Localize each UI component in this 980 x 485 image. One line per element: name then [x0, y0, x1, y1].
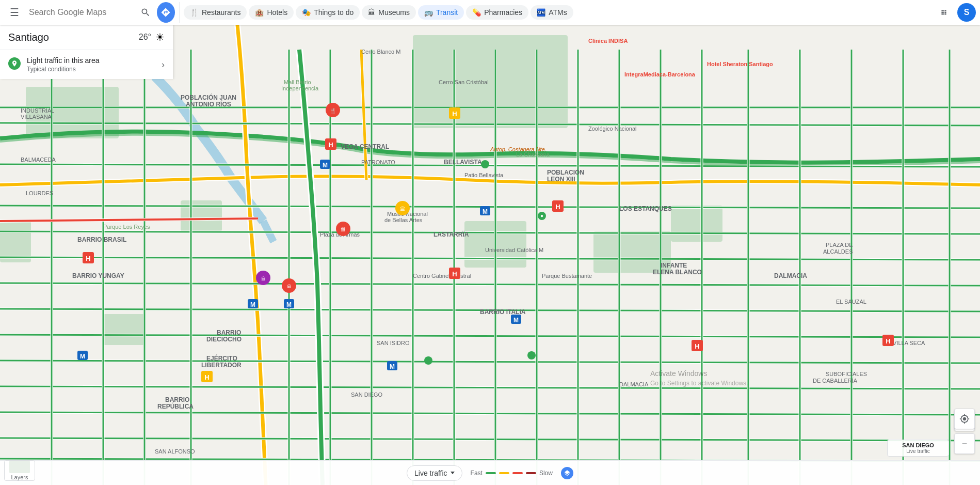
svg-text:PATRONATO: PATRONATO — [361, 159, 395, 165]
traffic-chevron-icon: › — [162, 59, 165, 70]
svg-text:INFANTE: INFANTE — [661, 262, 687, 269]
svg-text:Hotel Sheraton Santiago: Hotel Sheraton Santiago — [707, 61, 773, 67]
svg-text:VILLASANA: VILLASANA — [21, 114, 52, 120]
svg-text:SUBOFICIALES: SUBOFICIALES — [826, 371, 867, 377]
tab-museums[interactable]: 🏛 Museums — [362, 5, 416, 20]
svg-text:Mall Barrio: Mall Barrio — [284, 79, 311, 85]
svg-text:M: M — [250, 301, 255, 308]
traffic-title: Light traffic in this area — [27, 56, 100, 65]
tab-atms[interactable]: 🏧 ATMs — [531, 5, 573, 20]
legend-very-slow — [526, 472, 536, 474]
map-svg: INDUSTRIAL VILLASANA BALMACEDA LOURDES B… — [0, 25, 980, 485]
tab-hotels[interactable]: 🏨 Hotels — [249, 5, 294, 20]
sidebar-panel: Santiago 26° ☀ Light traffic in this are… — [0, 25, 173, 79]
menu-button[interactable]: ☰ — [4, 2, 25, 23]
svg-text:M: M — [286, 301, 292, 308]
svg-text:VEGA CENTRAL: VEGA CENTRAL — [341, 143, 389, 150]
svg-text:DALMACIA: DALMACIA — [774, 272, 807, 279]
svg-text:●: ● — [540, 213, 543, 218]
transit-icon: 🚌 — [424, 8, 433, 17]
svg-text:M: M — [513, 317, 519, 324]
svg-text:🏛: 🏛 — [341, 227, 346, 232]
legend-fast — [486, 472, 496, 474]
map-type-toggle[interactable] — [561, 467, 573, 479]
svg-text:H: H — [555, 203, 560, 211]
search-input[interactable] — [25, 3, 136, 22]
layers-button[interactable]: Layers — [4, 460, 35, 481]
my-location-button[interactable] — [954, 409, 975, 429]
pharmacies-icon: 💊 — [472, 8, 481, 17]
svg-text:Parque Los Reyes: Parque Los Reyes — [103, 224, 150, 230]
svg-text:Independencia: Independencia — [281, 85, 319, 91]
svg-text:Activate Windows: Activate Windows — [650, 369, 707, 378]
search-button[interactable] — [136, 2, 155, 23]
apps-button[interactable] — [935, 3, 953, 22]
bottom-bar: Live traffic Fast Slow — [0, 460, 980, 485]
svg-text:de Bellas Artes: de Bellas Artes — [384, 217, 423, 223]
legend-medium-segment — [499, 472, 509, 474]
svg-text:ANTONIO RÍOS: ANTONIO RÍOS — [186, 100, 231, 108]
svg-text:H: H — [452, 110, 457, 118]
svg-text:EJÉRCITO: EJÉRCITO — [206, 354, 237, 362]
svg-text:Go to Settings to activate Win: Go to Settings to activate Windows. — [650, 380, 748, 387]
svg-text:LOS ESTANQUES: LOS ESTANQUES — [619, 205, 672, 212]
zoom-out-button[interactable]: − — [954, 433, 975, 454]
live-traffic-button[interactable]: Live traffic — [407, 465, 462, 481]
svg-text:IntegraMediaca-Barcelona: IntegraMediaca-Barcelona — [624, 71, 696, 77]
svg-text:PLAZA DE: PLAZA DE — [826, 242, 853, 248]
map-type-icon — [561, 467, 573, 479]
directions-icon — [160, 7, 171, 18]
svg-text:VILLA SECA: VILLA SECA — [893, 340, 925, 346]
temperature-display: 26° — [139, 33, 151, 42]
restaurants-icon: 🍴 — [190, 8, 199, 17]
san-diego-title: SAN DIEGO — [892, 442, 944, 448]
svg-rect-2 — [413, 35, 568, 128]
svg-text:REPÚBLICA: REPÚBLICA — [157, 402, 194, 410]
location-meta: 26° ☀ — [139, 31, 165, 43]
svg-text:H: H — [695, 342, 699, 350]
svg-text:Zoológico Nacional: Zoológico Nacional — [588, 126, 637, 132]
svg-text:M: M — [483, 208, 488, 215]
tab-things-to-do[interactable]: 🎭 Things to do — [296, 5, 360, 20]
svg-text:Cerro Blanco M: Cerro Blanco M — [361, 49, 400, 55]
svg-text:BARRIO: BARRIO — [165, 396, 189, 403]
legend-slow — [512, 472, 523, 474]
svg-text:🏛: 🏛 — [261, 276, 266, 281]
svg-text:LEON XIII: LEON XIII — [547, 176, 575, 183]
svg-text:DIECIOCHO: DIECIOCHO — [206, 336, 242, 343]
svg-text:BARRIO YUNGAY: BARRIO YUNGAY — [72, 272, 124, 279]
svg-text:BARRIO: BARRIO — [217, 329, 241, 336]
traffic-info-panel[interactable]: Light traffic in this area Typical condi… — [0, 50, 173, 79]
svg-text:ALCALDES: ALCALDES — [823, 248, 853, 255]
svg-text:H: H — [886, 337, 890, 345]
slow-label: Slow — [539, 470, 553, 477]
location-name: Santiago — [8, 32, 49, 43]
apps-grid-icon — [939, 7, 949, 18]
weather-icon: ☀ — [155, 31, 165, 43]
traffic-icon — [11, 60, 18, 67]
traffic-status-dot — [8, 57, 21, 70]
legend-medium — [499, 472, 509, 474]
svg-text:M: M — [323, 162, 328, 169]
san-diego-minimap[interactable]: SAN DIEGO Live traffic — [887, 440, 949, 457]
svg-text:POBLACIÓN: POBLACIÓN — [547, 168, 584, 176]
directions-button[interactable] — [157, 2, 175, 23]
svg-text:EL SAUZAL: EL SAUZAL — [836, 299, 866, 305]
svg-text:🍴: 🍴 — [330, 107, 336, 114]
live-traffic-label: Live traffic — [414, 469, 447, 477]
svg-text:SAN ISIDRO: SAN ISIDRO — [377, 340, 410, 346]
layers-thumbnail — [9, 461, 30, 473]
svg-text:Cerro San Cristóbal: Cerro San Cristóbal — [439, 79, 489, 85]
svg-text:H: H — [86, 255, 90, 262]
tab-restaurants[interactable]: 🍴 Restaurants — [184, 5, 247, 20]
tab-pharmacies[interactable]: 💊 Pharmacies — [466, 5, 528, 20]
svg-text:M: M — [390, 363, 395, 370]
tab-transit[interactable]: 🚌 Transit — [418, 5, 464, 20]
legend-fast-segment — [486, 472, 496, 474]
svg-text:Autop. Costanera Nte.: Autop. Costanera Nte. — [490, 146, 547, 152]
user-avatar[interactable]: S — [957, 3, 976, 22]
svg-text:H: H — [328, 141, 333, 149]
svg-text:SAN DIEGO: SAN DIEGO — [351, 392, 383, 398]
map-canvas[interactable]: INDUSTRIAL VILLASANA BALMACEDA LOURDES B… — [0, 25, 980, 485]
svg-text:INDUSTRIAL: INDUSTRIAL — [21, 107, 54, 114]
